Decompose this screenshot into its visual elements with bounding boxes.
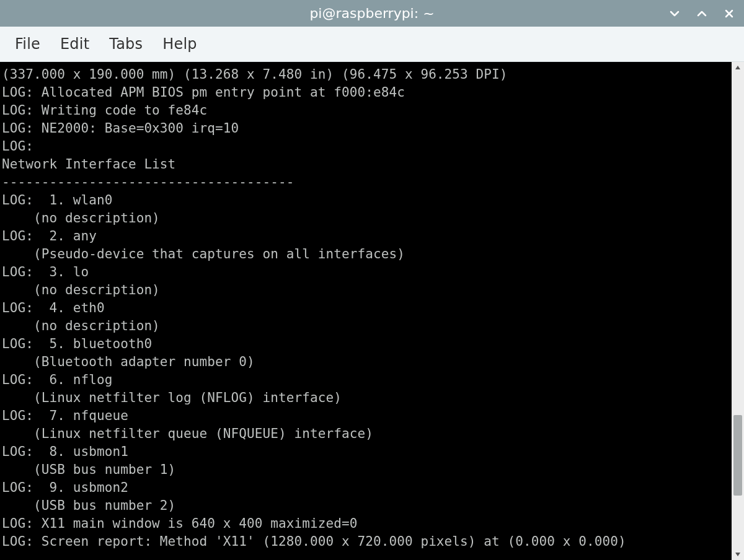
scroll-up-icon[interactable] <box>732 62 744 73</box>
minimize-icon[interactable] <box>667 9 682 19</box>
maximize-icon[interactable] <box>694 9 709 19</box>
terminal-area: (337.000 x 190.000 mm) (13.268 x 7.480 i… <box>0 62 744 560</box>
menu-edit[interactable]: Edit <box>53 33 97 55</box>
window-titlebar: pi@raspberrypi: ~ <box>0 0 744 27</box>
window-title: pi@raspberrypi: ~ <box>309 6 434 21</box>
menubar: File Edit Tabs Help <box>0 27 744 62</box>
close-icon[interactable] <box>722 9 737 19</box>
scroll-down-icon[interactable] <box>732 549 744 560</box>
svg-marker-3 <box>735 553 740 556</box>
window-controls <box>667 0 737 27</box>
menu-file[interactable]: File <box>7 33 48 55</box>
svg-marker-2 <box>735 66 740 69</box>
terminal-output[interactable]: (337.000 x 190.000 mm) (13.268 x 7.480 i… <box>0 62 732 560</box>
scrollbar-thumb[interactable] <box>733 415 742 496</box>
terminal-window: pi@raspberrypi: ~ File Edit Tabs Help (3… <box>0 0 744 560</box>
menu-help[interactable]: Help <box>155 33 205 55</box>
menu-tabs[interactable]: Tabs <box>102 33 150 55</box>
scrollbar[interactable] <box>732 62 744 560</box>
